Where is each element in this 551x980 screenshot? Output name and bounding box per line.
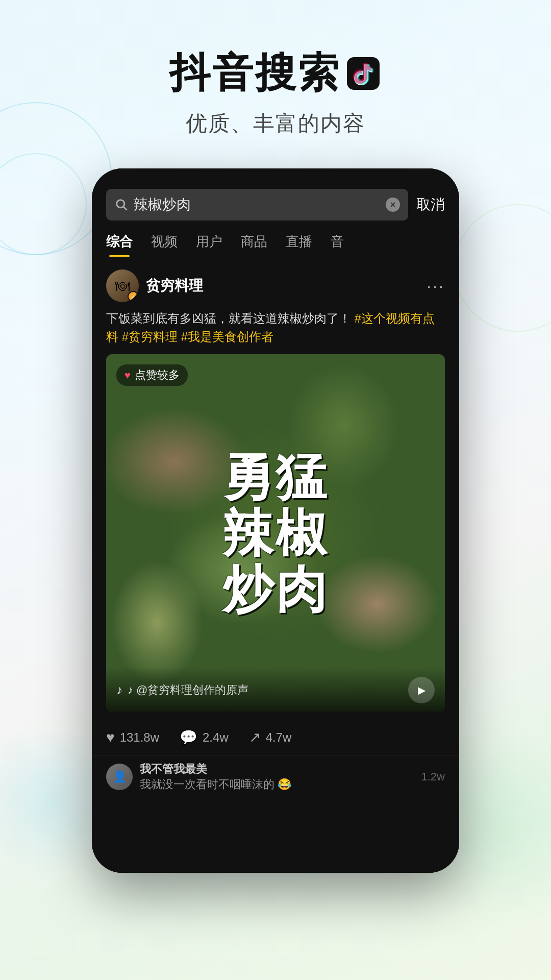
author-avatar: 🍽 ✓ xyxy=(106,270,139,302)
page-header: 抖音搜索 优质、丰富的内容 xyxy=(0,0,551,153)
phone-mockup-container: 辣椒炒肉 × 取消 综合 视频 用户 商品 直播 音 xyxy=(0,168,551,873)
app-subtitle: 优质、丰富的内容 xyxy=(0,109,551,138)
stat-likes[interactable]: ♥ 131.8w xyxy=(106,729,159,746)
search-input-wrap[interactable]: 辣椒炒肉 × xyxy=(106,189,408,220)
comment-preview: 👤 我不管我最美 我就没一次看时不咽唾沫的 😂 1.2w xyxy=(92,755,459,798)
video-overlay-text: 勇猛辣椒炒肉 xyxy=(222,449,329,617)
play-button[interactable]: ▶ xyxy=(408,677,435,703)
stat-shares[interactable]: ↗ 4.7w xyxy=(249,729,292,746)
search-tabs: 综合 视频 用户 商品 直播 音 xyxy=(92,229,459,257)
video-text-overlay: 勇猛辣椒炒肉 xyxy=(106,354,445,712)
share-stat-icon: ↗ xyxy=(249,729,261,746)
post-card: 🍽 ✓ 贫穷料理 ··· 下饭菜到底有多凶猛，就看这道辣椒炒肉了！ #这个视频有… xyxy=(92,257,459,720)
comment-text: 我就没一次看时不咽唾沫的 😂 xyxy=(140,777,414,792)
video-thumbnail[interactable]: ♥ 点赞较多 勇猛辣椒炒肉 ♪ ♪ @贫穷料理创作的原声 xyxy=(106,354,445,712)
search-query-text: 辣椒炒肉 xyxy=(134,195,381,214)
comments-count: 2.4w xyxy=(203,730,229,745)
svg-point-1 xyxy=(117,200,124,208)
title-text: 抖音搜索 xyxy=(169,46,341,101)
tab-video[interactable]: 视频 xyxy=(151,233,178,257)
tiktok-logo-icon xyxy=(345,55,382,92)
tab-live[interactable]: 直播 xyxy=(286,233,312,257)
verified-badge: ✓ xyxy=(128,291,139,302)
comment-content: 我不管我最美 我就没一次看时不咽唾沫的 😂 xyxy=(140,762,414,792)
tab-product[interactable]: 商品 xyxy=(241,233,267,257)
heart-stat-icon: ♥ xyxy=(106,729,115,746)
phone-screen: 辣椒炒肉 × 取消 综合 视频 用户 商品 直播 音 xyxy=(92,168,459,873)
search-clear-button[interactable]: × xyxy=(386,198,400,212)
app-title: 抖音搜索 xyxy=(169,46,382,101)
post-header: 🍽 ✓ 贫穷料理 ··· xyxy=(106,270,445,302)
stats-row: ♥ 131.8w 💬 2.4w ↗ 4.7w xyxy=(92,720,459,755)
tab-audio[interactable]: 音 xyxy=(331,233,344,257)
commenter-avatar: 👤 xyxy=(106,764,133,790)
stat-comments[interactable]: 💬 2.4w xyxy=(180,729,229,746)
post-author: 🍽 ✓ 贫穷料理 xyxy=(106,270,203,302)
svg-line-2 xyxy=(123,207,127,210)
comment-count: 1.2w xyxy=(421,770,445,783)
comment-stat-icon: 💬 xyxy=(180,729,197,746)
video-audio-info: ♪ ♪ @贫穷料理创作的原声 xyxy=(116,682,248,698)
shares-count: 4.7w xyxy=(266,730,292,745)
post-menu-button[interactable]: ··· xyxy=(427,277,445,296)
audio-text: ♪ @贫穷料理创作的原声 xyxy=(128,682,248,698)
likes-count: 131.8w xyxy=(120,730,159,745)
video-bottom-bar: ♪ ♪ @贫穷料理创作的原声 ▶ xyxy=(106,667,445,712)
post-desc-text: 下饭菜到底有多凶猛，就看这道辣椒炒肉了！ xyxy=(106,311,351,325)
post-description: 下饭菜到底有多凶猛，就看这道辣椒炒肉了！ #这个视频有点料 #贫穷料理 #我是美… xyxy=(106,309,445,346)
search-bar-area: 辣椒炒肉 × 取消 xyxy=(92,168,459,229)
tiktok-note-icon: ♪ xyxy=(116,683,122,697)
tab-comprehensive[interactable]: 综合 xyxy=(106,233,133,257)
tab-user[interactable]: 用户 xyxy=(196,233,222,257)
search-icon xyxy=(114,198,129,212)
phone-mockup: 辣椒炒肉 × 取消 综合 视频 用户 商品 直播 音 xyxy=(92,168,459,873)
content-area: 🍽 ✓ 贫穷料理 ··· 下饭菜到底有多凶猛，就看这道辣椒炒肉了！ #这个视频有… xyxy=(92,257,459,873)
author-name[interactable]: 贫穷料理 xyxy=(146,276,203,296)
commenter-name: 我不管我最美 xyxy=(140,762,414,777)
search-cancel-button[interactable]: 取消 xyxy=(416,195,445,214)
